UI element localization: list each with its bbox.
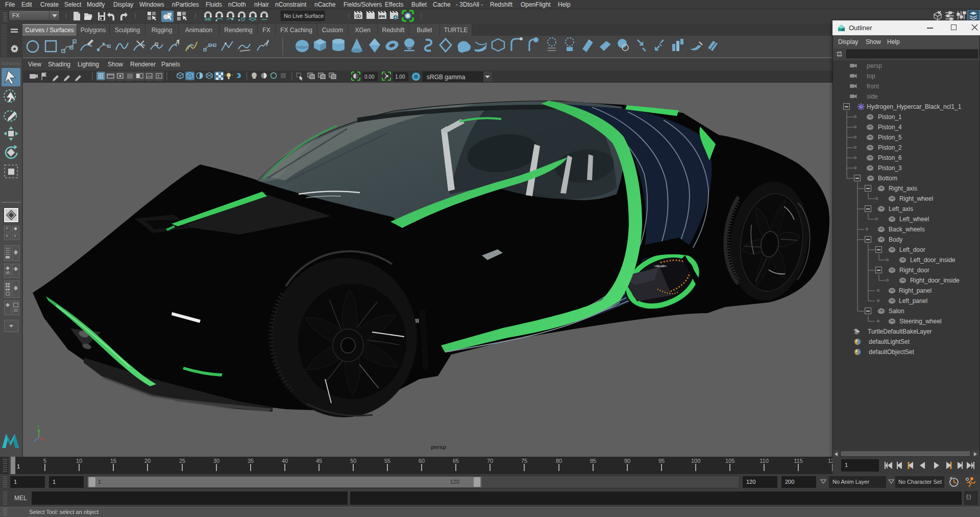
- svg-text:IPR: IPR: [379, 14, 385, 19]
- svg-text:T: T: [157, 74, 160, 79]
- svg-text:Y: Y: [37, 425, 40, 429]
